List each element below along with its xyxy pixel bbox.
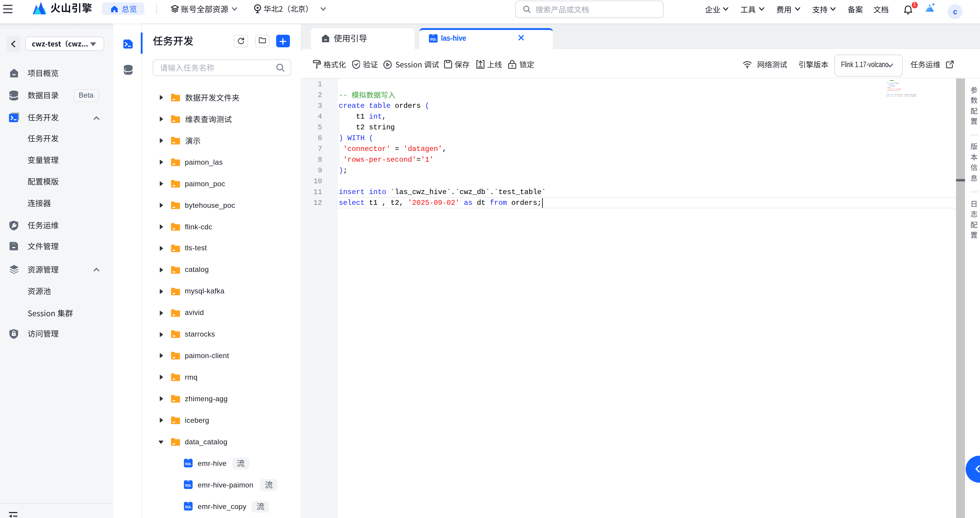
svg-text:SQL: SQL (185, 462, 192, 466)
svg-text:SQL: SQL (430, 37, 437, 41)
svg-text:SQL: SQL (185, 505, 192, 509)
svg-text:SQL: SQL (185, 484, 192, 488)
